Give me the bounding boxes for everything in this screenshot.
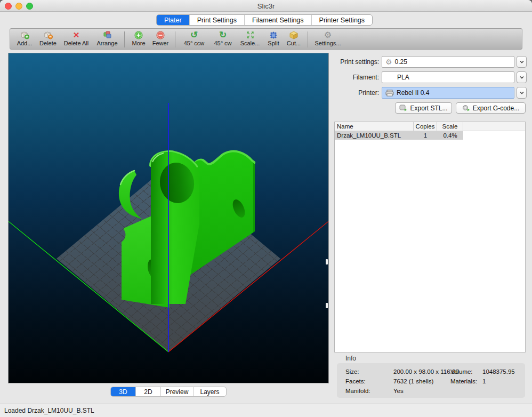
toolbar-separator [124, 31, 125, 47]
size-label: Size: [345, 367, 359, 376]
print-settings-value: 0.25 [395, 58, 407, 66]
gear-icon: ⚙ [324, 30, 332, 40]
toolbar-label: Arrange [96, 40, 117, 47]
column-header-name[interactable]: Name [335, 122, 414, 131]
gear-icon: ⚙ [385, 58, 392, 66]
print-settings-dropdown-button[interactable] [517, 56, 527, 68]
delete-button[interactable]: Delete [37, 30, 59, 49]
splitter-handle[interactable] [326, 259, 328, 264]
manifold-value: Yes [393, 387, 404, 395]
chevron-down-icon [519, 74, 525, 81]
export-stl-icon [399, 105, 407, 112]
tab-filament-settings[interactable]: Filament Settings [244, 15, 311, 25]
manifold-label: Manifold: [345, 387, 370, 395]
materials-label: Materials: [450, 377, 477, 386]
main-tab-bar: Plater Print Settings Filament Settings … [156, 14, 373, 26]
add-box-icon [20, 30, 30, 40]
rotate-ccw-button[interactable]: ↺ 45° ccw [179, 30, 209, 49]
printer-dropdown-button[interactable] [517, 87, 527, 99]
plus-circle-icon [134, 30, 143, 40]
column-header-filler [463, 122, 525, 131]
print-settings-combo[interactable]: ⚙ 0.25 [382, 56, 514, 68]
column-header-copies[interactable]: Copies [414, 122, 437, 131]
size-value: 200.00 x 98.00 x 116.00 [393, 367, 459, 376]
3d-viewport[interactable] [9, 53, 328, 383]
materials-value: 1 [482, 377, 486, 386]
toolbar-label: Split [268, 40, 279, 47]
printer-combo[interactable]: Rebel II 0.4 [382, 87, 514, 99]
volume-label: Volume: [450, 367, 473, 376]
rotate-cw-button[interactable]: ↻ 45° cw [209, 30, 236, 49]
arrange-button[interactable]: Arrange [93, 30, 121, 49]
toolbar-label: Fewer [152, 40, 169, 47]
delete-box-icon [43, 30, 53, 40]
toolbar-label: 45° ccw [184, 40, 205, 47]
object-list-header: Name Copies Scale [335, 122, 525, 131]
scale-arrows-icon [246, 30, 254, 40]
toolbar-label: Scale... [240, 40, 260, 47]
split-button[interactable]: Split [264, 30, 283, 49]
view-tab-2d[interactable]: 2D [135, 387, 160, 396]
add-button[interactable]: Add... [12, 30, 37, 49]
printer-icon [385, 90, 394, 97]
cell-filler [463, 131, 525, 140]
facets-label: Facets: [345, 377, 366, 386]
rotate-cw-icon: ↻ [219, 30, 227, 40]
toolbar-separator [308, 31, 308, 47]
filament-dropdown-button[interactable] [517, 71, 527, 83]
red-x-icon: ✕ [73, 30, 80, 40]
view-tab-preview[interactable]: Preview [160, 387, 193, 396]
toolbar-label: Settings... [315, 40, 341, 47]
tab-plater[interactable]: Plater [157, 15, 189, 25]
cell-name: Drzak_LM10UU_B.STL [335, 131, 414, 140]
view-tab-layers[interactable]: Layers [193, 387, 226, 396]
volume-value: 1048375.95 [482, 367, 515, 376]
toolbar-label: Add... [17, 40, 33, 47]
status-bar: Loaded Drzak_LM10UU_B.STL [0, 404, 532, 417]
tab-printer-settings[interactable]: Printer Settings [311, 15, 372, 25]
scale-button[interactable]: Scale... [236, 30, 264, 49]
chevron-down-icon [519, 59, 525, 65]
export-gcode-icon [462, 105, 470, 112]
facets-value: 7632 (1 shells) [393, 377, 433, 386]
plater-toolbar: Add... Delete ✕ Delete All Arrange More [10, 28, 522, 50]
toolbar-separator [175, 31, 175, 47]
tab-print-settings[interactable]: Print Settings [189, 15, 244, 25]
rotate-ccw-icon: ↺ [190, 30, 198, 40]
toolbar-label: Delete All [64, 40, 88, 47]
export-gcode-button[interactable]: Export G-code... [456, 102, 526, 114]
print-settings-label: Print settings: [328, 56, 379, 68]
printer-value: Rebel II 0.4 [397, 89, 429, 97]
toolbar-label: Cut... [287, 40, 301, 47]
view-tab-3d[interactable]: 3D [111, 387, 135, 396]
arrange-cubes-icon [102, 30, 112, 40]
filament-value: PLA [385, 74, 409, 81]
info-group-title: Info [345, 355, 356, 362]
toolbar-label: Delete [39, 40, 57, 47]
export-stl-button[interactable]: Export STL... [395, 102, 452, 114]
export-stl-label: Export STL... [410, 105, 447, 112]
3d-scene [9, 53, 328, 383]
object-list: Name Copies Scale Drzak_LM10UU_B.STL 1 0… [334, 122, 526, 352]
filament-combo[interactable]: PLA [382, 71, 514, 83]
object-settings-button[interactable]: ⚙ Settings... [311, 30, 344, 49]
printer-label: Printer: [328, 87, 379, 99]
cut-box-icon [289, 30, 299, 40]
chevron-down-icon [519, 90, 525, 96]
model-drzak-lm10uu[interactable] [119, 152, 255, 308]
window-title: Slic3r [0, 2, 532, 10]
more-copies-button[interactable]: More [128, 30, 149, 49]
table-row[interactable]: Drzak_LM10UU_B.STL 1 0.4% [335, 131, 525, 140]
export-gcode-label: Export G-code... [473, 105, 519, 112]
info-group: Size: 200.00 x 98.00 x 116.00 Volume: 10… [337, 363, 525, 398]
column-header-scale[interactable]: Scale [437, 122, 463, 131]
delete-all-button[interactable]: ✕ Delete All [59, 30, 93, 49]
fewer-copies-button[interactable]: Fewer [149, 30, 172, 49]
cut-button[interactable]: Cut... [283, 30, 304, 49]
minus-circle-icon [156, 30, 165, 40]
title-bar: Slic3r [0, 0, 532, 12]
split-dots-icon [269, 30, 278, 40]
splitter-handle[interactable] [326, 303, 328, 308]
cell-scale: 0.4% [437, 131, 463, 140]
cell-copies: 1 [414, 131, 437, 140]
